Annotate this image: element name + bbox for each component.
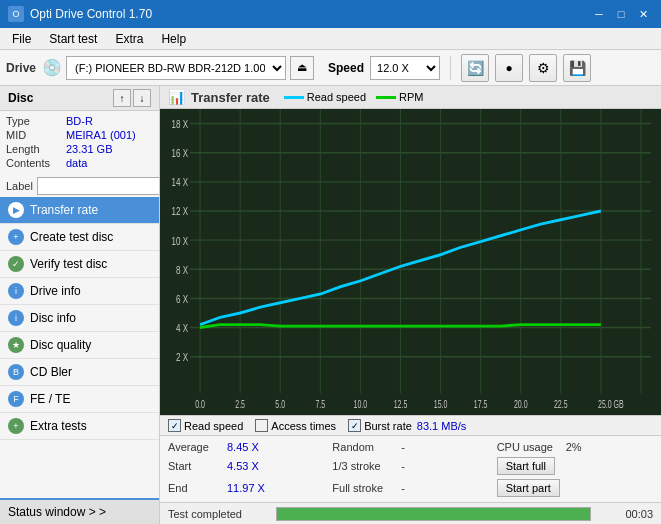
chart-svg: 18 X 16 X 14 X 12 X 10 X 8 X 6 X 4 X 2 X… <box>160 109 661 415</box>
svg-text:22.5: 22.5 <box>554 398 568 410</box>
app-title: Opti Drive Control 1.70 <box>30 7 152 21</box>
status-window-button[interactable]: Status window > > <box>0 498 159 524</box>
svg-text:12 X: 12 X <box>172 205 189 218</box>
disc-mid-row: MID MEIRA1 (001) <box>6 129 153 141</box>
nav-disc-info[interactable]: i Disc info <box>0 305 159 332</box>
close-button[interactable]: ✕ <box>633 4 653 24</box>
svg-text:14 X: 14 X <box>172 176 189 189</box>
nav-icon-cd-bler: B <box>8 364 24 380</box>
nav-transfer-rate[interactable]: ▶ Transfer rate <box>0 197 159 224</box>
chart-container: 18 X 16 X 14 X 12 X 10 X 8 X 6 X 4 X 2 X… <box>160 109 661 415</box>
nav-icon-disc-quality: ★ <box>8 337 24 353</box>
eject-button[interactable]: ⏏ <box>290 56 314 80</box>
legend-read-speed: Read speed <box>284 91 366 103</box>
stats-area: Average 8.45 X Random - CPU usage 2% Sta… <box>160 435 661 502</box>
maximize-button[interactable]: □ <box>611 4 631 24</box>
drive-select-wrap: 💿 (F:) PIONEER BD-RW BDR-212D 1.00 ⏏ <box>42 56 314 80</box>
label-row: Label 🔍 <box>0 175 159 197</box>
settings-button[interactable]: ⚙ <box>529 54 557 82</box>
nav-icon-verify-test-disc: ✓ <box>8 256 24 272</box>
drive-select[interactable]: (F:) PIONEER BD-RW BDR-212D 1.00 <box>66 56 286 80</box>
menu-start-test[interactable]: Start test <box>41 30 105 48</box>
speed-label: Speed <box>328 61 364 75</box>
nav-drive-info[interactable]: i Drive info <box>0 278 159 305</box>
stats-grid: Average 8.45 X Random - CPU usage 2% Sta… <box>168 440 653 498</box>
stat-stroke13-row: 1/3 stroke - <box>332 456 488 476</box>
progress-bar-fill <box>277 508 590 520</box>
nav-icon-extra-tests: + <box>8 418 24 434</box>
stat-start-full-row: Start full <box>497 456 653 476</box>
stat-start-part-row: Start part <box>497 478 653 498</box>
disc-length-row: Length 23.31 GB <box>6 143 153 155</box>
nav-extra-tests[interactable]: + Extra tests <box>0 413 159 440</box>
disc-contents-row: Contents data <box>6 157 153 169</box>
menu-help[interactable]: Help <box>153 30 194 48</box>
svg-text:15.0: 15.0 <box>434 398 448 410</box>
status-text: Test completed <box>168 508 268 520</box>
right-panel: 📊 Transfer rate Read speed RPM <box>160 86 661 524</box>
main-layout: Disc ↑ ↓ Type BD-R MID MEIRA1 (001) Leng… <box>0 86 661 524</box>
stat-cpu-row: CPU usage 2% <box>497 440 653 454</box>
chart-header: 📊 Transfer rate Read speed RPM <box>160 86 661 109</box>
svg-text:6 X: 6 X <box>176 292 188 305</box>
nav-icon-drive-info: i <box>8 283 24 299</box>
status-timer: 00:03 <box>603 508 653 520</box>
chart-icon: 📊 <box>168 89 185 105</box>
toolbar-separator <box>450 56 451 80</box>
stat-start-row: Start 4.53 X <box>168 456 324 476</box>
legend-rpm-color <box>376 96 396 99</box>
legend-read-speed-color <box>284 96 304 99</box>
svg-text:5.0: 5.0 <box>275 398 285 410</box>
stat-average-row: Average 8.45 X <box>168 440 324 454</box>
svg-text:25.0 GB: 25.0 GB <box>598 398 624 410</box>
drive-disc-icon: 💿 <box>42 58 62 77</box>
stat-end-row: End 11.97 X <box>168 478 324 498</box>
nav-icon-create-test-disc: + <box>8 229 24 245</box>
nav-fe-te[interactable]: F FE / TE <box>0 386 159 413</box>
title-bar: O Opti Drive Control 1.70 ─ □ ✕ <box>0 0 661 28</box>
nav-create-test-disc[interactable]: + Create test disc <box>0 224 159 251</box>
menu-bar: File Start test Extra Help <box>0 28 661 50</box>
access-times-checkbox[interactable]: Access times <box>255 419 336 432</box>
nav-disc-quality[interactable]: ★ Disc quality <box>0 332 159 359</box>
nav-cd-bler[interactable]: B CD Bler <box>0 359 159 386</box>
save-button[interactable]: 💾 <box>563 54 591 82</box>
progress-bar-wrap <box>276 507 591 521</box>
burst-rate-checkbox[interactable]: ✓ Burst rate 83.1 MB/s <box>348 419 466 432</box>
svg-text:8 X: 8 X <box>176 263 188 276</box>
svg-text:17.5: 17.5 <box>474 398 488 410</box>
label-input[interactable] <box>37 177 160 195</box>
svg-text:10.0: 10.0 <box>354 398 368 410</box>
stat-random-row: Random - <box>332 440 488 454</box>
read-speed-checkbox[interactable]: ✓ Read speed <box>168 419 243 432</box>
speed-select[interactable]: 12.0 X <box>370 56 440 80</box>
burst-rate-value: 83.1 MB/s <box>417 420 467 432</box>
svg-text:2 X: 2 X <box>176 351 188 364</box>
menu-extra[interactable]: Extra <box>107 30 151 48</box>
refresh-button[interactable]: 🔄 <box>461 54 489 82</box>
disc-section-header: Disc ↑ ↓ <box>0 86 159 111</box>
start-full-button[interactable]: Start full <box>497 457 555 475</box>
svg-text:18 X: 18 X <box>172 117 189 130</box>
svg-text:12.5: 12.5 <box>394 398 408 410</box>
record-button[interactable]: ● <box>495 54 523 82</box>
chart-controls: ✓ Read speed Access times ✓ Burst rate 8… <box>160 415 661 435</box>
left-panel: Disc ↑ ↓ Type BD-R MID MEIRA1 (001) Leng… <box>0 86 160 524</box>
menu-file[interactable]: File <box>4 30 39 48</box>
disc-down-button[interactable]: ↓ <box>133 89 151 107</box>
disc-info-table: Type BD-R MID MEIRA1 (001) Length 23.31 … <box>0 111 159 175</box>
minimize-button[interactable]: ─ <box>589 4 609 24</box>
read-speed-check-icon: ✓ <box>168 419 181 432</box>
nav-verify-test-disc[interactable]: ✓ Verify test disc <box>0 251 159 278</box>
svg-text:7.5: 7.5 <box>315 398 325 410</box>
start-part-button[interactable]: Start part <box>497 479 560 497</box>
svg-text:4 X: 4 X <box>176 321 188 334</box>
svg-text:2.5: 2.5 <box>235 398 245 410</box>
nav-icon-transfer-rate: ▶ <box>8 202 24 218</box>
drive-label: Drive <box>6 61 36 75</box>
nav-icon-disc-info: i <box>8 310 24 326</box>
disc-up-button[interactable]: ↑ <box>113 89 131 107</box>
chart-legend: Read speed RPM <box>284 91 424 103</box>
svg-text:16 X: 16 X <box>172 147 189 160</box>
nav-icon-fe-te: F <box>8 391 24 407</box>
